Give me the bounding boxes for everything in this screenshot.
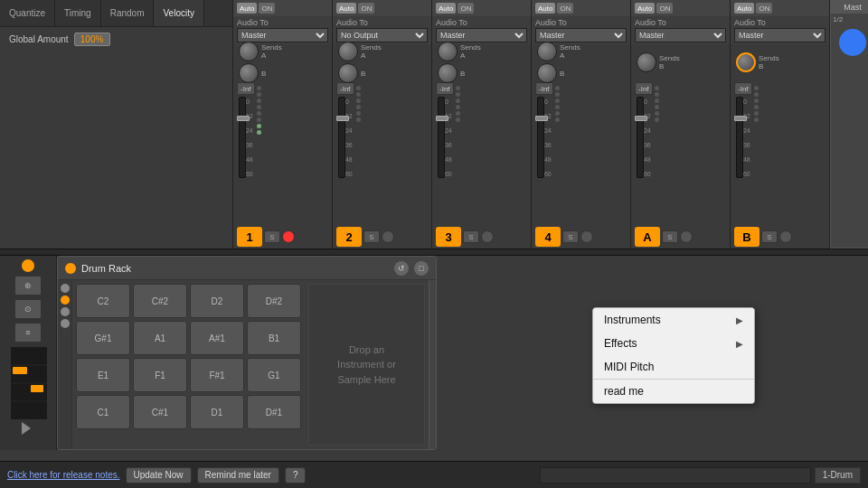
send-b-knob-B[interactable] (736, 52, 756, 72)
fader-track-B[interactable] (736, 97, 743, 178)
auto-btn-3[interactable]: Auto (436, 3, 456, 14)
drum-pad-a1[interactable]: A1 (133, 321, 187, 355)
send-a-knob-4[interactable] (537, 42, 557, 61)
fader-track-A[interactable] (637, 97, 644, 178)
auto-btn-A[interactable]: Auto (635, 3, 655, 14)
send-b-knob-4[interactable] (537, 63, 557, 83)
drum-pad-d2[interactable]: D2 (190, 284, 244, 318)
auto-btn-4[interactable]: Auto (535, 3, 555, 14)
play-btn[interactable] (22, 422, 34, 435)
audio-to-select-2[interactable]: No Output (336, 28, 428, 42)
inf-btn-1[interactable]: -Inf (237, 82, 255, 95)
drum-pad-as1[interactable]: A#1 (190, 321, 244, 355)
tab-random[interactable]: Random (101, 0, 155, 26)
auto-btn-1[interactable]: Auto (237, 3, 257, 14)
fader-track-3[interactable] (438, 97, 445, 178)
on-btn-3[interactable]: ON (458, 3, 474, 14)
audio-to-select-4[interactable]: Master (535, 28, 627, 42)
send-b-knob-A[interactable] (637, 52, 656, 72)
send-b-knob-3[interactable] (438, 63, 458, 83)
on-btn-4[interactable]: ON (557, 3, 573, 14)
channel-number-btn-4[interactable]: 4 (535, 227, 561, 247)
drum-pad-cs2[interactable]: C#2 (133, 284, 187, 318)
master-knob[interactable] (839, 29, 866, 56)
mute-btn-3[interactable] (481, 230, 494, 243)
drop-zone[interactable]: Drop anInstrument orSample Here (308, 284, 425, 446)
drum-rack-icon-btn-1[interactable]: ⊛ (14, 276, 42, 296)
context-menu-instruments[interactable]: Instruments ▶ (593, 308, 754, 332)
drum-rack-refresh-btn[interactable]: ↺ (394, 261, 409, 276)
inf-btn-B[interactable]: -Inf (734, 82, 752, 95)
drum-pad-e1[interactable]: E1 (76, 358, 130, 392)
audio-to-select-B[interactable]: Master (734, 28, 826, 42)
sidebar-icon-2[interactable] (61, 296, 70, 305)
drum-pad-c2[interactable]: C2 (76, 284, 130, 318)
resize-handle[interactable] (429, 280, 436, 449)
drum-pad-ds2[interactable]: D#2 (247, 284, 301, 318)
solo-btn-A[interactable]: S (662, 230, 678, 243)
remind-later-btn[interactable]: Remind me later (197, 467, 279, 483)
inf-btn-4[interactable]: -Inf (535, 82, 553, 95)
inf-btn-2[interactable]: -Inf (336, 82, 354, 95)
audio-to-select-1[interactable]: Master (237, 28, 328, 42)
drum-pad-f1[interactable]: F1 (133, 358, 187, 392)
context-menu-read-me[interactable]: read me (593, 379, 754, 403)
solo-btn-3[interactable]: S (463, 230, 479, 243)
tab-velocity[interactable]: Velocity (154, 0, 203, 26)
mute-btn-A[interactable] (680, 230, 693, 243)
drum-pad-ds1[interactable]: D#1 (247, 395, 301, 429)
on-btn-2[interactable]: ON (358, 3, 374, 14)
update-now-btn[interactable]: Update Now (126, 467, 192, 483)
fader-track-2[interactable] (338, 97, 345, 178)
send-a-knob-1[interactable] (239, 42, 259, 61)
on-btn-1[interactable]: ON (259, 3, 275, 14)
fader-track-4[interactable] (537, 97, 544, 178)
solo-btn-4[interactable]: S (562, 230, 579, 243)
mini-toggle-btn[interactable] (22, 259, 34, 272)
release-notes-link[interactable]: Click here for release notes. (7, 470, 120, 480)
help-btn[interactable]: ? (285, 467, 307, 483)
on-btn-B[interactable]: ON (756, 3, 772, 14)
drum-pad-b1[interactable]: B1 (247, 321, 301, 355)
mute-btn-1[interactable] (282, 230, 295, 243)
auto-btn-2[interactable]: Auto (336, 3, 356, 14)
mute-btn-B[interactable] (779, 230, 792, 243)
channel-number-btn-2[interactable]: 2 (336, 227, 362, 247)
send-a-knob-3[interactable] (438, 42, 458, 61)
audio-to-select-3[interactable]: Master (436, 28, 527, 42)
inf-btn-3[interactable]: -Inf (436, 82, 454, 95)
auto-btn-B[interactable]: Auto (734, 3, 754, 14)
drum-pad-cs1[interactable]: C#1 (133, 395, 187, 429)
tab-timing[interactable]: Timing (55, 0, 101, 26)
fader-track-1[interactable] (239, 97, 246, 178)
inf-btn-A[interactable]: -Inf (635, 82, 653, 95)
drum-rack-icon-btn-2[interactable]: ⊙ (14, 299, 42, 319)
global-amount-value[interactable]: 100% (74, 33, 110, 46)
channel-number-btn-A[interactable]: A (635, 227, 660, 247)
mute-btn-4[interactable] (580, 230, 593, 243)
sidebar-icon-4[interactable] (61, 319, 70, 328)
on-btn-A[interactable]: ON (656, 3, 673, 14)
send-b-knob-1[interactable] (239, 63, 259, 83)
channel-number-btn-3[interactable]: 3 (436, 227, 461, 247)
solo-btn-B[interactable]: S (761, 230, 778, 243)
context-menu-midi-pitch[interactable]: MIDI Pitch (593, 355, 754, 379)
drum-rack-icon-btn-3[interactable]: ≡ (14, 323, 42, 343)
solo-btn-2[interactable]: S (363, 230, 380, 243)
channel-number-btn-B[interactable]: B (734, 227, 760, 247)
tab-quantize[interactable]: Quantize (0, 0, 55, 26)
drum-pad-g1[interactable]: G1 (247, 358, 301, 392)
sidebar-icon-3[interactable] (61, 307, 70, 316)
drum-pad-gs1[interactable]: G#1 (76, 321, 130, 355)
solo-btn-1[interactable]: S (264, 230, 280, 243)
drum-pad-c1[interactable]: C1 (76, 395, 130, 429)
context-menu-effects[interactable]: Effects ▶ (593, 332, 754, 355)
sidebar-icon-1[interactable] (61, 284, 70, 293)
audio-to-select-A[interactable]: Master (635, 28, 726, 42)
channel-number-btn-1[interactable]: 1 (237, 227, 262, 247)
drum-pad-d1[interactable]: D1 (190, 395, 244, 429)
send-b-knob-2[interactable] (338, 63, 358, 83)
drum-rack-collapse-btn[interactable]: □ (414, 261, 429, 276)
send-a-knob-2[interactable] (338, 42, 358, 61)
mute-btn-2[interactable] (382, 230, 394, 243)
